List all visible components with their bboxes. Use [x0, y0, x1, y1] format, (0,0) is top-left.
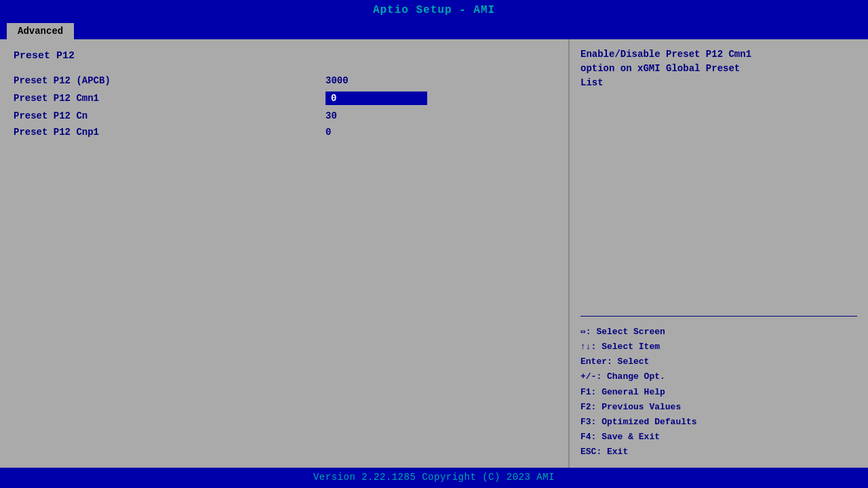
key-hint-f3: F3: Optimized Defaults — [580, 415, 857, 430]
title-bar: Aptio Setup - AMI — [0, 0, 868, 20]
setting-row-cmn1: Preset P12 Cmn1 0 — [14, 92, 555, 105]
section-title: Preset P12 — [14, 50, 555, 62]
key-hint-arrows: ⇔: Select Screen — [580, 325, 857, 340]
help-line1: Enable/Disable Preset P12 Cmn1 — [580, 49, 751, 60]
divider — [580, 316, 857, 317]
content-area: Preset P12 Preset P12 (APCB) 3000 Preset… — [0, 39, 868, 468]
bios-setup-screen: Aptio Setup - AMI Advanced Preset P12 Pr… — [0, 0, 868, 488]
footer: Version 2.22.1285 Copyright (C) 2023 AMI — [0, 468, 868, 488]
left-panel: Preset P12 Preset P12 (APCB) 3000 Preset… — [0, 39, 570, 468]
tab-bar: Advanced — [0, 20, 868, 39]
footer-text: Version 2.22.1285 Copyright (C) 2023 AMI — [313, 472, 555, 483]
setting-label-apcb: Preset P12 (APCB) — [14, 75, 326, 86]
key-hint-updown: ↑↓: Select Item — [580, 340, 857, 354]
key-hint-f2: F2: Previous Values — [580, 400, 857, 415]
right-panel: Enable/Disable Preset P12 Cmn1 option on… — [570, 39, 868, 468]
setting-row-cnp1: Preset P12 Cnp1 0 — [14, 127, 555, 138]
title-text: Aptio Setup - AMI — [373, 4, 495, 16]
key-hint-f4: F4: Save & Exit — [580, 430, 857, 445]
key-hint-plusminus: +/-: Change Opt. — [580, 369, 857, 384]
tab-advanced[interactable]: Advanced — [7, 23, 74, 39]
setting-value-apcb[interactable]: 3000 — [326, 75, 349, 86]
setting-label-cn: Preset P12 Cn — [14, 110, 326, 121]
setting-value-cmn1[interactable]: 0 — [326, 92, 427, 105]
help-line2: option on xGMI Global Preset — [580, 63, 740, 74]
key-hint-enter: Enter: Select — [580, 354, 857, 369]
setting-value-cn[interactable]: 30 — [326, 110, 337, 121]
setting-value-cnp1[interactable]: 0 — [326, 127, 331, 138]
help-text: Enable/Disable Preset P12 Cmn1 option on… — [580, 47, 857, 178]
key-hint-f1: F1: General Help — [580, 385, 857, 400]
setting-row-apcb: Preset P12 (APCB) 3000 — [14, 75, 555, 86]
setting-row-cn: Preset P12 Cn 30 — [14, 110, 555, 121]
help-line3: List — [580, 77, 604, 88]
key-hint-esc: ESC: Exit — [580, 445, 857, 460]
key-help: ⇔: Select Screen ↑↓: Select Item Enter: … — [580, 325, 857, 460]
setting-label-cmn1: Preset P12 Cmn1 — [14, 93, 326, 104]
setting-label-cnp1: Preset P12 Cnp1 — [14, 127, 326, 138]
